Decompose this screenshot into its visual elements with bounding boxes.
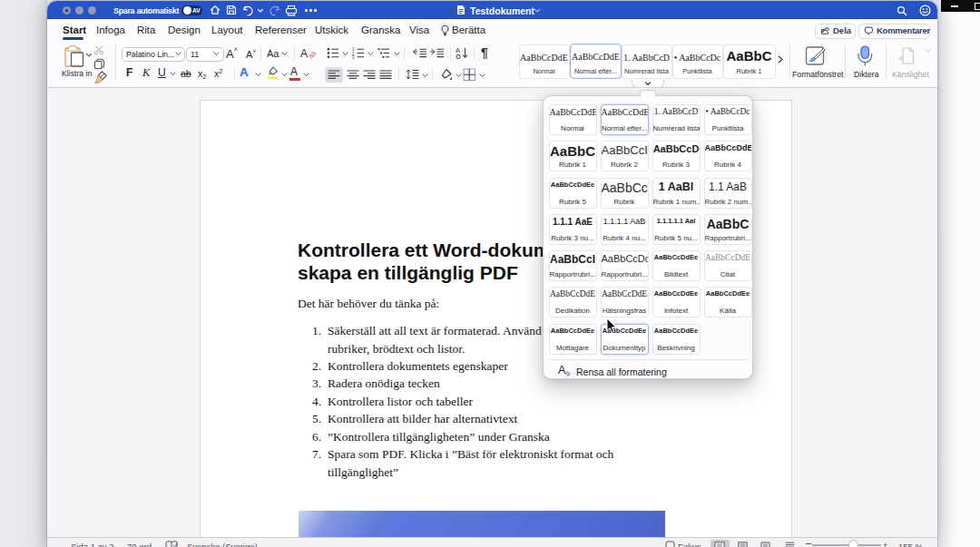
svg-text:3: 3 xyxy=(352,55,355,59)
svg-text:A: A xyxy=(558,364,566,376)
svg-text:A: A xyxy=(456,46,460,54)
